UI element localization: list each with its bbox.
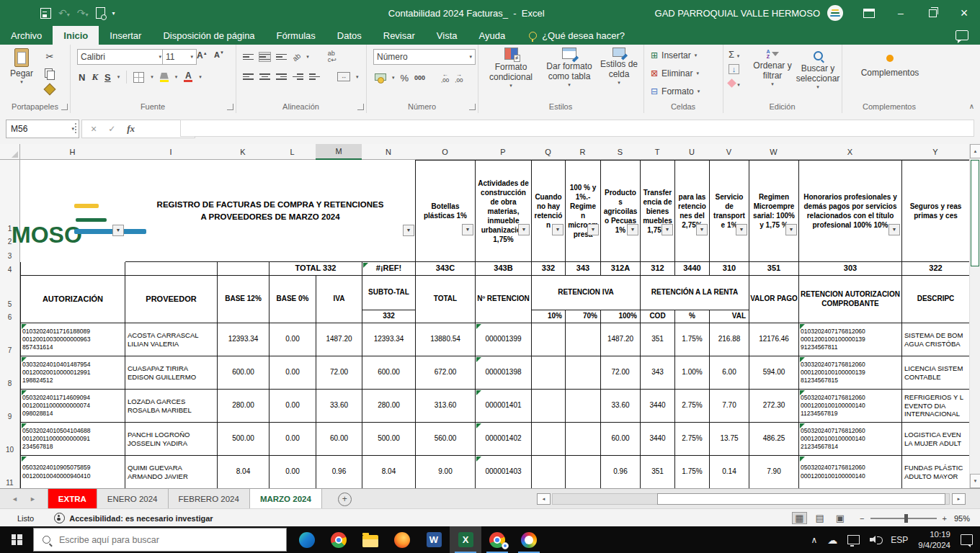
filter-dropdown[interactable]: ▼ (112, 225, 124, 236)
redo-icon[interactable]: ↷▾ (77, 7, 89, 19)
cell-H8[interactable]: 03032024010401487954 0012002001000001299… (20, 356, 125, 390)
undo-icon[interactable]: ↶▾ (58, 7, 70, 19)
restore-button[interactable] (917, 0, 948, 26)
filter-dropdown[interactable]: ▼ (696, 224, 708, 235)
cell-X9[interactable]: 0503202407176812060 0001200100100000140 … (798, 389, 902, 423)
cell-R4[interactable]: 343 (565, 261, 601, 276)
close-button[interactable]: × (948, 0, 980, 26)
zoom-in-button[interactable]: + (943, 514, 947, 523)
cell-T6[interactable]: COD (640, 310, 675, 323)
row-header-11[interactable]: 11 (0, 455, 20, 488)
cell-U7[interactable]: 1.75% (674, 323, 710, 356)
enter-formula-icon[interactable]: ✓ (108, 124, 115, 134)
tell-me-box[interactable]: ¿Qué desea hacer? (529, 30, 625, 41)
cell-T5[interactable]: RETENCIÓN A LA RENTA (640, 275, 749, 310)
page-break-view-button[interactable]: ▣ (834, 513, 847, 523)
cell-O11[interactable]: 9.00 (415, 455, 476, 488)
filter-dropdown[interactable]: ▼ (662, 224, 673, 235)
cell-X5[interactable]: RETENCION AUTORIZACION COMPROBANTE (798, 275, 902, 323)
menu-tab-fórmulas[interactable]: Fórmulas (266, 26, 326, 45)
menu-tab-insertar[interactable]: Insertar (99, 26, 152, 45)
column-header-T[interactable]: T (640, 144, 675, 160)
sheet-nav-arrows[interactable]: ◄► (0, 489, 48, 509)
accessibility-icon[interactable] (54, 513, 65, 523)
cell-K11[interactable]: 8.04 (217, 455, 270, 488)
cell-T10[interactable]: 3440 (640, 422, 675, 456)
number-dialog-launcher[interactable] (469, 104, 476, 110)
decrease-indent-button[interactable] (293, 73, 303, 81)
onedrive-icon[interactable]: ☁ (827, 534, 837, 546)
cell-H1[interactable]: MOSO▼ (20, 160, 125, 262)
cell-Y7[interactable]: SISTEMA DE BOM AGUA CRISTÓBA (901, 323, 969, 356)
cell-O1[interactable]: Botellas plásticas 1%▼ (415, 160, 476, 262)
sheet-tab-marzo-2024[interactable]: MARZO 2024 (250, 489, 322, 509)
cell-H10[interactable]: 05032024010504104688 0012001100000000009… (20, 422, 125, 456)
cell-N5[interactable]: SUBTO-TAL (362, 275, 416, 310)
taskbar-app-paint[interactable] (513, 526, 545, 553)
account-name[interactable]: GAD PARROQUIAL VALLE HERMOSO (655, 8, 820, 19)
cell-P5[interactable]: Nº RETENCION (475, 275, 532, 323)
format-painter-button[interactable] (43, 84, 56, 95)
cell-U8[interactable]: 1.00% (674, 356, 710, 390)
cell-X4[interactable]: 303 (798, 261, 902, 276)
conditional-formatting-button[interactable]: Formato condicional▾ (485, 48, 537, 89)
filter-dropdown[interactable]: ▼ (552, 224, 564, 235)
vertical-scrollbar-thumb[interactable] (971, 160, 979, 266)
network-icon[interactable] (847, 535, 860, 544)
show-hidden-icons[interactable]: ∧ (811, 535, 817, 545)
copy-button[interactable]: ▾ (43, 67, 56, 78)
column-header-M[interactable]: M (316, 144, 362, 160)
filter-dropdown[interactable]: ▼ (403, 225, 414, 236)
collapse-ribbon-button[interactable]: ∧ (969, 102, 974, 110)
cell-S1[interactable]: Productos agricoilas o Pecuas 1%▼ (600, 160, 641, 262)
clipboard-dialog-launcher[interactable] (61, 104, 68, 110)
cell-U6[interactable]: % (674, 310, 710, 323)
cell-styles-button[interactable]: Estilos de celda▾ (599, 48, 639, 86)
font-color-button[interactable]: A (184, 72, 192, 82)
column-header-K[interactable]: K (217, 144, 270, 160)
cell-P8[interactable]: 000001398 (475, 356, 532, 390)
cell-V7[interactable]: 216.88 (709, 323, 749, 356)
filter-dropdown[interactable]: ▼ (462, 224, 473, 235)
cell-V6[interactable]: VAL (709, 310, 749, 323)
cell-W7[interactable]: 12176.46 (749, 323, 799, 356)
cell-W8[interactable]: 594.00 (749, 356, 799, 390)
cell-N9[interactable]: 280.00 (362, 389, 416, 423)
cell-H11[interactable]: 05032024010905075859 0012001004000094041… (20, 455, 125, 488)
align-right-button[interactable] (276, 73, 287, 81)
accessibility-status[interactable]: Accesibilidad: es necesario investigar (69, 514, 213, 523)
cell-N8[interactable]: 600.00 (362, 356, 416, 390)
language-indicator[interactable]: ESP (891, 535, 908, 545)
zoom-slider[interactable] (870, 518, 937, 519)
taskbar-app-firefox[interactable] (386, 526, 418, 553)
column-header-L[interactable]: L (269, 144, 316, 160)
accounting-format-button[interactable] (375, 73, 386, 82)
cell-M5[interactable]: IVA (316, 275, 362, 323)
insert-function-icon[interactable]: fx (127, 123, 135, 135)
cell-R7[interactable] (565, 323, 601, 356)
cell-L8[interactable]: 0.00 (269, 356, 316, 390)
row-header-4[interactable]: 4 (0, 261, 20, 276)
name-box[interactable]: M56▾ (6, 120, 79, 138)
cell-R8[interactable] (565, 356, 601, 390)
insert-cells-button[interactable]: ⊞Insertar▾ (651, 50, 697, 60)
cell-Q11[interactable] (531, 455, 566, 488)
row-header-5[interactable]: 5 (0, 275, 20, 310)
autosum-button[interactable]: Σ ▾ (729, 49, 740, 60)
cell-Q8[interactable] (531, 356, 566, 390)
cell-I11[interactable]: QUIMI GUEVARA ARMANDO JAVIER (125, 455, 218, 488)
increase-decimal-button[interactable]: ←,00 (441, 72, 449, 84)
sheet-tab-extra[interactable]: EXTRA (48, 489, 97, 509)
cell-T9[interactable]: 3440 (640, 389, 675, 423)
cell-M8[interactable]: 72.00 (316, 356, 362, 390)
increase-font-button[interactable]: A▲ (197, 50, 208, 60)
format-as-table-button[interactable]: Dar formato como tabla▾ (541, 48, 597, 88)
cell-X11[interactable]: 0503202407176812060 0001200100100000140 (798, 455, 902, 488)
number-format-select[interactable]: Número▾ (373, 49, 476, 65)
cell-N10[interactable]: 500.00 (362, 422, 416, 456)
cell-V8[interactable]: 6.00 (709, 356, 749, 390)
menu-tab-vista[interactable]: Vista (426, 26, 468, 45)
report-title[interactable]: REGISTRO DE FACTURAS DE COMPRA Y RETENCI… (125, 160, 416, 262)
cell-S6[interactable]: 100% (600, 310, 641, 323)
cell-R10[interactable] (565, 422, 601, 456)
